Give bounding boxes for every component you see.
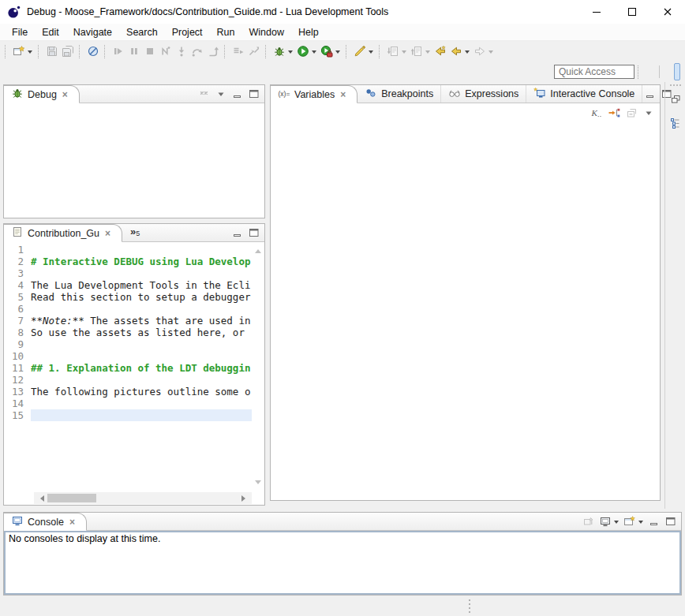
open-perspective-button[interactable] (647, 63, 653, 80)
tab-debug[interactable]: Debug × (4, 85, 80, 103)
toolbar-next-annotation-button[interactable] (385, 43, 409, 60)
close-icon[interactable]: × (105, 228, 110, 239)
editor-text-area[interactable]: 12# Interactive DEBUG using Lua Develop3… (4, 242, 264, 505)
toolbar-forward-button[interactable] (472, 43, 496, 60)
scroll-left-arrow[interactable] (37, 495, 44, 502)
variables-view-content[interactable] (271, 122, 660, 500)
editor-line[interactable]: 11## 1. Explanation of the LDT debuggin (4, 362, 264, 374)
trim-restore-view-button[interactable] (668, 91, 683, 108)
tab-console[interactable]: Console × (4, 513, 87, 531)
menu-item-navigate[interactable]: Navigate (66, 25, 119, 39)
display-selected-console-dropdown-arrow[interactable] (614, 521, 619, 526)
maximize-window-button[interactable] (614, 0, 649, 24)
console-open-console-button[interactable] (622, 513, 646, 530)
variables-show-type-names-button[interactable]: K (589, 104, 605, 121)
variables-show-logical-structures-button[interactable] (606, 104, 622, 121)
forward-dropdown-arrow[interactable] (488, 50, 493, 56)
toolbar-run-coverage-button[interactable] (319, 43, 342, 60)
run-coverage-dropdown-arrow[interactable] (335, 50, 340, 56)
editor-minimize-button[interactable] (230, 224, 245, 241)
horizontal-scrollbar[interactable] (34, 492, 252, 504)
editor-maximize-button[interactable] (246, 224, 262, 241)
editor-line[interactable]: 12 (4, 374, 264, 386)
next-annotation-dropdown-arrow[interactable] (402, 50, 406, 56)
debug-minimize-button[interactable] (230, 85, 245, 103)
toolbar-new-wizard-button[interactable] (11, 43, 35, 60)
debug-dropdown-arrow[interactable] (288, 50, 293, 56)
sash-drag-handle[interactable] (469, 599, 470, 613)
console-content[interactable]: No consoles to display at this time. (4, 531, 681, 595)
debug-view-content[interactable] (4, 103, 264, 218)
editor-line[interactable]: 9 (4, 338, 264, 350)
close-window-button[interactable] (649, 0, 685, 24)
debug-maximize-button[interactable] (246, 85, 262, 103)
close-icon[interactable]: × (62, 89, 68, 100)
toolbar-back-button[interactable] (448, 43, 472, 60)
previous-annotation-dropdown-arrow[interactable] (425, 50, 430, 56)
editor-line[interactable]: 3 (4, 267, 264, 279)
toolbar-step-into-button[interactable] (174, 43, 189, 60)
menu-item-run[interactable]: Run (210, 25, 242, 39)
console-minimize-button[interactable] (646, 513, 662, 530)
tab-contribution-guide[interactable]: Contribution_Gu × (4, 224, 122, 242)
scroll-right-arrow[interactable] (241, 495, 249, 502)
toolbar-terminate-button[interactable] (142, 43, 158, 60)
minimize-window-button[interactable] (578, 0, 614, 24)
lua-perspective-button[interactable] (665, 63, 672, 80)
tab-expressions[interactable]: Expressions (441, 85, 526, 103)
editor-line[interactable]: 14 (4, 398, 264, 409)
tab-breakpoints[interactable]: Breakpoints (357, 85, 441, 103)
trim-outline-view-button[interactable] (668, 114, 683, 132)
menu-item-window[interactable]: Window (242, 25, 291, 39)
menu-item-help[interactable]: Help (291, 25, 326, 39)
hidden-editors-chooser[interactable]: »5 (122, 224, 148, 241)
editor-line[interactable]: 2# Interactive DEBUG using Lua Develop (4, 256, 264, 267)
new-wizard-dropdown-arrow[interactable] (28, 50, 32, 56)
menu-item-search[interactable]: Search (119, 25, 165, 39)
scroll-down-arrow[interactable] (255, 480, 261, 487)
quick-access-input[interactable] (554, 65, 634, 79)
tab-interactive-console[interactable]: Interactive Console (526, 85, 642, 103)
toolbar-external-tools-button[interactable] (352, 43, 376, 60)
trim-drag-handle[interactable] (670, 84, 681, 86)
editor-line[interactable]: 1 (4, 244, 264, 256)
toolbar-disconnect-button[interactable] (158, 43, 174, 60)
tab-variables[interactable]: (x)=Variables× (271, 85, 357, 103)
close-icon[interactable]: × (340, 89, 346, 100)
toolbar-suspend-button[interactable] (126, 43, 142, 60)
toolbar-save-button[interactable] (44, 43, 60, 60)
toolbar-step-over-button[interactable] (189, 43, 205, 60)
editor-line[interactable]: 8So use the assets as listed here, or (4, 327, 264, 338)
debug-perspective-button[interactable] (674, 63, 680, 80)
toolbar-save-all-button[interactable] (60, 43, 76, 60)
editor-line[interactable]: 5Read this section to setup a debugger (4, 291, 264, 303)
toolbar-skip-all-breakpoints-button[interactable] (85, 43, 101, 60)
variables-panel-minimize-button[interactable] (642, 85, 658, 103)
editor-line[interactable]: 15 (4, 409, 264, 421)
external-tools-dropdown-arrow[interactable] (369, 50, 373, 56)
toolbar-last-edit-location-button[interactable] (432, 43, 448, 60)
menu-item-file[interactable]: File (5, 25, 35, 39)
console-pin-console-button[interactable] (581, 513, 597, 530)
toolbar-previous-annotation-button[interactable] (409, 43, 432, 60)
editor-line[interactable]: 10 (4, 350, 264, 362)
editor-line[interactable]: 13The following pictures outline some o (4, 386, 264, 398)
menu-item-project[interactable]: Project (165, 25, 210, 39)
editor-line[interactable]: 7**Note:** The assets that are used in (4, 315, 264, 327)
open-console-dropdown-arrow[interactable] (638, 521, 643, 526)
editor-line[interactable]: 4The Lua Development Tools in the Ecli (4, 279, 264, 291)
toolbar-use-step-filters-button[interactable] (230, 43, 246, 60)
variables-collapse-all-button[interactable] (623, 104, 639, 121)
editor-line[interactable]: 6 (4, 303, 264, 315)
console-maximize-button[interactable] (663, 513, 679, 530)
toolbar-step-return-button[interactable] (205, 43, 221, 60)
menu-item-edit[interactable]: Edit (35, 25, 66, 39)
back-dropdown-arrow[interactable] (465, 50, 470, 56)
run-dropdown-arrow[interactable] (312, 50, 316, 56)
scrollbar-thumb[interactable] (47, 494, 96, 502)
debug-remove-all-terminated-button[interactable] (197, 85, 212, 103)
toolbar-resume-button[interactable] (110, 43, 126, 60)
scroll-up-arrow[interactable] (255, 246, 261, 253)
close-icon[interactable]: × (69, 517, 75, 528)
toolbar-debug-button[interactable] (271, 43, 295, 60)
